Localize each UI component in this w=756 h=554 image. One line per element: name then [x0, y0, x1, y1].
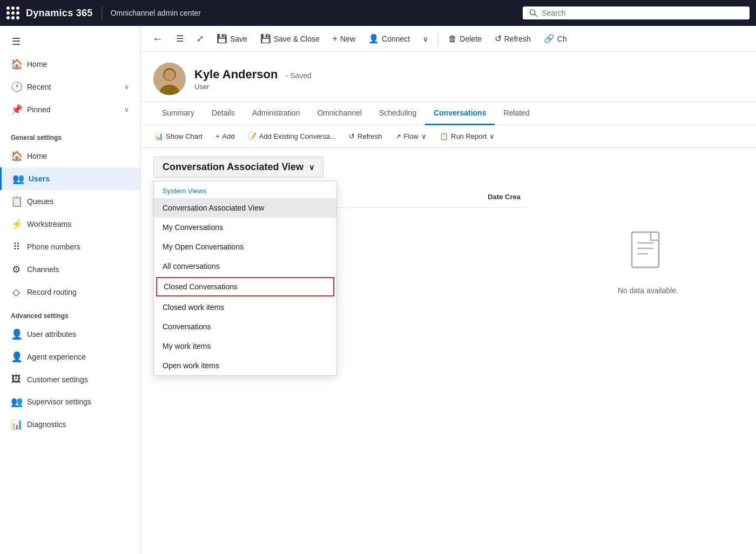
- dropdown-item-my-work[interactable]: My work items: [154, 336, 336, 356]
- view-dropdown: System Views Conversation Associated Vie…: [153, 181, 337, 376]
- global-search-bar[interactable]: [523, 6, 750, 19]
- dropdown-item-my-conv[interactable]: My Conversations: [154, 218, 336, 237]
- run-report-button[interactable]: 📋 Run Report ∨: [434, 130, 500, 143]
- ch-button[interactable]: 🔗 Ch: [538, 30, 572, 47]
- search-icon: [529, 9, 537, 17]
- agent-icon: 👤: [11, 351, 22, 363]
- dropdown-item-conv-assoc[interactable]: Conversation Associated View: [154, 198, 336, 218]
- home-icon: 🏠: [11, 150, 22, 162]
- back-button[interactable]: ←: [147, 30, 168, 47]
- sidebar-item-record-routing[interactable]: ◇ Record routing: [0, 281, 140, 303]
- sidebar-item-phone-numbers[interactable]: ⠿ Phone numbers: [0, 235, 140, 258]
- sidebar-item-recent[interactable]: 🕐 Recent ∨: [0, 76, 140, 98]
- save-close-icon: 💾: [260, 33, 271, 44]
- tab-scheduling[interactable]: Scheduling: [370, 102, 425, 125]
- user-role: User: [194, 83, 312, 91]
- no-data-area: No data available.: [540, 186, 756, 338]
- tab-omnichannel[interactable]: Omnichannel: [308, 102, 370, 125]
- show-chart-button[interactable]: 📊 Show Chart: [149, 130, 208, 143]
- channels-icon: ⚙: [11, 264, 22, 275]
- report-icon: 📋: [440, 132, 448, 140]
- sub-toolbar: 📊 Show Chart + Add 📝 Add Existing Conver…: [140, 125, 756, 148]
- sidebar: ☰ 🏠 Home 🕐 Recent ∨ 📌 Pinned ∨ General s…: [0, 26, 140, 554]
- save-close-button[interactable]: 💾 Save & Close: [255, 30, 325, 47]
- sidebar-item-user-attributes[interactable]: 👤 User attributes: [0, 323, 140, 346]
- sidebar-item-label: Channels: [27, 265, 59, 274]
- sidebar-item-channels[interactable]: ⚙ Channels: [0, 258, 140, 281]
- svg-rect-6: [632, 232, 659, 267]
- tab-administration[interactable]: Administration: [244, 102, 309, 125]
- view-selector-label: Conversation Associated View: [163, 161, 303, 173]
- dropdown-item-closed-work[interactable]: Closed work items: [154, 298, 336, 317]
- record-button[interactable]: ☰: [171, 30, 189, 47]
- svg-line-1: [535, 14, 537, 16]
- sidebar-item-queues[interactable]: 📋 Queues: [0, 190, 140, 213]
- recent-icon: 🕐: [11, 81, 22, 93]
- date-created-col: Date Crea: [481, 191, 527, 203]
- sidebar-item-diagnostics[interactable]: 📊 Diagnostics: [0, 413, 140, 436]
- add-existing-button[interactable]: 📝 Add Existing Conversa...: [242, 130, 341, 143]
- sidebar-item-label: Queues: [27, 197, 53, 206]
- main-toolbar: ← ☰ ⤢ 💾 Save 💾 Save & Close + New 👤 Conn…: [140, 26, 756, 52]
- sidebar-item-users[interactable]: 👥 Users: [0, 167, 140, 190]
- new-button[interactable]: + New: [327, 31, 361, 47]
- sidebar-item-label: User attributes: [27, 330, 76, 339]
- tab-details[interactable]: Details: [203, 102, 244, 125]
- chart-icon: 📊: [154, 132, 163, 140]
- sidebar-item-label: Home: [27, 152, 47, 160]
- hamburger-icon: ☰: [11, 36, 22, 48]
- general-settings-header: General settings: [0, 125, 140, 145]
- refresh-icon: ↺: [349, 132, 355, 140]
- sidebar-item-pinned[interactable]: 📌 Pinned ∨: [0, 98, 140, 121]
- dropdown-item-closed-conv[interactable]: Closed Conversations: [156, 277, 334, 296]
- sidebar-item-workstreams[interactable]: ⚡ Workstreams: [0, 213, 140, 235]
- sidebar-item-supervisor-settings[interactable]: 👥 Supervisor settings: [0, 390, 140, 413]
- sidebar-item-agent-experience[interactable]: 👤 Agent experience: [0, 346, 140, 368]
- users-icon: 👥: [12, 173, 23, 185]
- delete-button[interactable]: 🗑 Delete: [443, 31, 487, 47]
- popout-icon: ⤢: [197, 33, 204, 44]
- add-existing-icon: 📝: [248, 132, 256, 140]
- dropdown-item-open-work[interactable]: Open work items: [154, 356, 336, 375]
- save-button[interactable]: 💾 Save: [211, 30, 253, 47]
- connect-button[interactable]: 👤 Connect: [363, 30, 415, 47]
- main-content: Kyle Anderson - Saved User Summary Detai…: [140, 26, 756, 554]
- refresh-icon: ↺: [495, 33, 502, 44]
- diagnostics-icon: 📊: [11, 418, 22, 430]
- top-navigation: Dynamics 365 Omnichannel admin center: [0, 0, 756, 26]
- sidebar-item-label: Supervisor settings: [27, 397, 91, 406]
- tab-summary[interactable]: Summary: [153, 102, 203, 125]
- sidebar-item-home2[interactable]: 🏠 Home: [0, 145, 140, 167]
- sidebar-top-nav: ☰ 🏠 Home 🕐 Recent ∨ 📌 Pinned ∨: [0, 26, 140, 125]
- app-name: Omnichannel admin center: [111, 9, 201, 17]
- supervisor-icon: 👥: [11, 396, 22, 408]
- flow-icon: ↗: [395, 132, 401, 140]
- dropdown-item-my-open-conv[interactable]: My Open Conversations: [154, 237, 336, 256]
- dropdown-item-conversations[interactable]: Conversations: [154, 317, 336, 336]
- search-input[interactable]: [542, 9, 743, 17]
- sidebar-item-label: Pinned: [27, 105, 51, 114]
- sub-refresh-button[interactable]: ↺ Refresh: [343, 130, 388, 143]
- connect-dropdown-button[interactable]: ∨: [417, 31, 434, 46]
- add-icon: +: [215, 132, 220, 140]
- refresh-button[interactable]: ↺ Refresh: [489, 30, 536, 47]
- ch-icon: 🔗: [544, 33, 555, 44]
- svg-point-5: [164, 70, 175, 80]
- workstreams-icon: ⚡: [11, 218, 22, 230]
- popout-button[interactable]: ⤢: [191, 30, 209, 47]
- tab-related[interactable]: Related: [495, 102, 538, 125]
- flow-chevron-icon: ∨: [421, 132, 427, 140]
- dropdown-item-all-conv[interactable]: All conversations: [154, 256, 336, 276]
- view-selector-button[interactable]: Conversation Associated View ∨: [153, 157, 323, 178]
- tab-conversations[interactable]: Conversations: [425, 102, 495, 125]
- flow-button[interactable]: ↗ Flow ∨: [390, 130, 432, 143]
- view-selector-chevron-icon: ∨: [309, 163, 314, 172]
- avatar: [153, 63, 186, 95]
- sidebar-hamburger[interactable]: ☰: [0, 30, 140, 53]
- add-button[interactable]: + Add: [210, 130, 240, 143]
- no-data-label: No data available.: [618, 286, 678, 295]
- sidebar-item-customer-settings[interactable]: 🖼 Customer settings: [0, 368, 140, 390]
- app-launcher-icon[interactable]: [6, 6, 19, 19]
- delete-icon: 🗑: [448, 34, 457, 44]
- sidebar-item-home[interactable]: 🏠 Home: [0, 53, 140, 76]
